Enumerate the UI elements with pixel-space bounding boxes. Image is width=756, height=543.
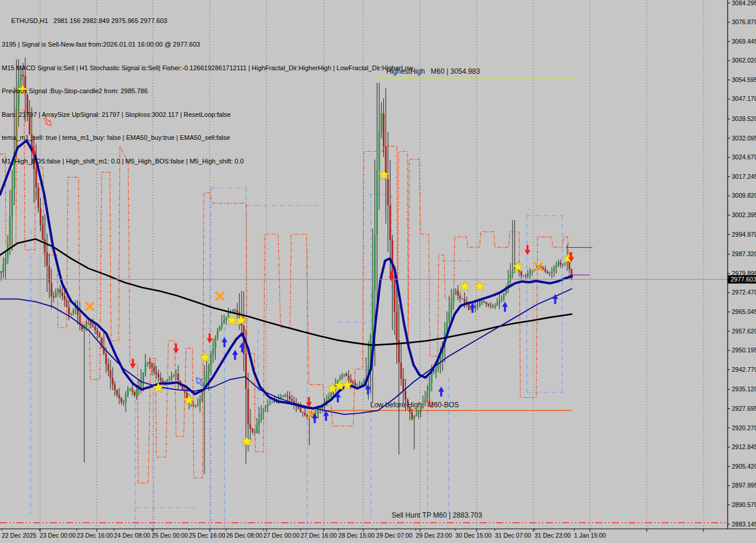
annotation-sell-hunt-tp: Sell Hunt TP M60 | 2883.703 <box>392 511 482 519</box>
candle-body <box>96 330 98 334</box>
time-tick-label: 25 Dec 16:00 <box>189 532 226 539</box>
candle-body <box>501 300 503 300</box>
sell-arrow-icon <box>173 344 179 354</box>
candle-body <box>107 364 109 371</box>
candle-body <box>129 388 131 389</box>
candle-body <box>461 299 463 299</box>
candle-body <box>206 372 207 381</box>
star-signal-icon <box>200 352 210 362</box>
candle-body <box>357 385 359 386</box>
current-price-tag: 2977.603 <box>728 275 756 283</box>
candle-body <box>48 266 50 283</box>
buy-arrow-icon <box>323 411 329 421</box>
info-line-signal: 3195 | Signal is Sell-New-fast from:2026… <box>2 41 413 48</box>
candle-body <box>551 272 553 273</box>
candle-body <box>525 276 527 276</box>
candle-body <box>282 395 284 396</box>
candle-body <box>208 365 210 372</box>
candle-body <box>212 348 214 355</box>
candle-body <box>457 290 459 296</box>
candle-body <box>481 301 483 303</box>
candle-body <box>7 245 9 259</box>
time-tick-label: 23 Dec 00:00 <box>40 532 76 539</box>
candle-body <box>1 272 2 273</box>
candle-body <box>405 391 406 400</box>
candle-body <box>44 239 46 252</box>
candle-body <box>320 408 321 409</box>
candle-body <box>118 395 120 398</box>
price-tick-label: 2905.420 <box>732 463 756 470</box>
price-tick-label: 2987.320 <box>732 250 756 257</box>
candle-body <box>197 403 199 405</box>
price-tick-label: 3009.820 <box>732 192 756 199</box>
time-axis[interactable]: 22 Dec 202523 Dec 00:0023 Dec 16:0024 De… <box>2 529 703 539</box>
candle-body <box>448 312 450 321</box>
price-tick-label: 2920.270 <box>732 424 756 431</box>
info-line-indicators: M15 MACD Signal is:Sell | H1 Stochastic … <box>2 64 413 72</box>
candle-body <box>232 310 234 312</box>
price-tick-label: 2950.195 <box>732 346 756 354</box>
candle-body <box>219 326 221 331</box>
candle-body <box>280 396 282 397</box>
candle-body <box>177 374 179 381</box>
candle-body <box>429 383 431 392</box>
price-tick-label: 3084.295 <box>732 0 756 6</box>
candle-body <box>286 395 288 397</box>
sell-arrow-icon <box>130 359 136 369</box>
candle-body <box>112 378 113 384</box>
star-signal-icon <box>460 281 470 291</box>
time-tick-label: 29 Dec 23:00 <box>416 532 452 539</box>
buy-arrow-icon <box>470 303 475 313</box>
candle-body <box>394 279 396 312</box>
candle-body <box>105 354 107 364</box>
candle-body <box>431 373 432 383</box>
candle-body <box>245 354 247 389</box>
time-tick-label: 29 Dec 07:00 <box>376 532 413 539</box>
candle-body <box>402 379 404 391</box>
candle-body <box>68 308 70 315</box>
candle-body <box>562 264 563 265</box>
candle-body <box>236 310 238 312</box>
candle-body <box>492 306 494 307</box>
price-axis[interactable]: 3084.2953076.8703069.4453062.0203054.595… <box>728 0 756 528</box>
candle-body <box>549 273 550 273</box>
candle-body <box>289 397 291 399</box>
price-tick-label: 3054.595 <box>732 76 756 83</box>
candle-body <box>271 402 273 403</box>
time-tick-label: 24 Dec 08:00 <box>114 532 151 539</box>
candle-body <box>234 310 236 310</box>
candle-body <box>341 375 343 378</box>
price-tick-label: 3076.870 <box>732 18 756 25</box>
candle-body <box>490 305 491 306</box>
candle-body <box>5 259 6 264</box>
candle-body <box>545 269 546 272</box>
candle-body <box>511 271 513 274</box>
candle-body <box>260 413 262 419</box>
mt4-chart-window: 3084.2953076.8703069.4453062.0203054.595… <box>0 0 756 543</box>
candle-body <box>55 293 57 297</box>
candle-body <box>247 389 249 425</box>
candle-body <box>146 362 148 364</box>
candle-body <box>227 313 229 317</box>
candle-body <box>171 376 172 379</box>
price-tick-label: 3039.520 <box>732 115 756 122</box>
price-tick-label: 2972.470 <box>732 289 756 296</box>
candle-body <box>503 293 505 299</box>
price-tick-label: 3024.670 <box>732 153 756 161</box>
buy-arrow-hollow-icon <box>194 376 206 387</box>
candle-body <box>9 216 11 244</box>
candle-body <box>73 310 74 313</box>
candle-body <box>485 302 487 305</box>
candle-body <box>529 271 531 274</box>
candle-body <box>372 290 374 337</box>
candle-body <box>387 179 389 205</box>
time-tick-label: 31 Dec 07:00 <box>495 532 532 539</box>
time-tick-label: 1 Jan 15:00 <box>574 532 606 539</box>
candle-body <box>258 419 260 425</box>
price-tick-label: 2994.970 <box>732 231 756 238</box>
candle-body <box>53 296 54 297</box>
price-tick-label: 2965.045 <box>732 308 756 315</box>
candle-body <box>542 268 544 269</box>
candle-body <box>418 410 419 414</box>
candle-body <box>553 267 555 271</box>
